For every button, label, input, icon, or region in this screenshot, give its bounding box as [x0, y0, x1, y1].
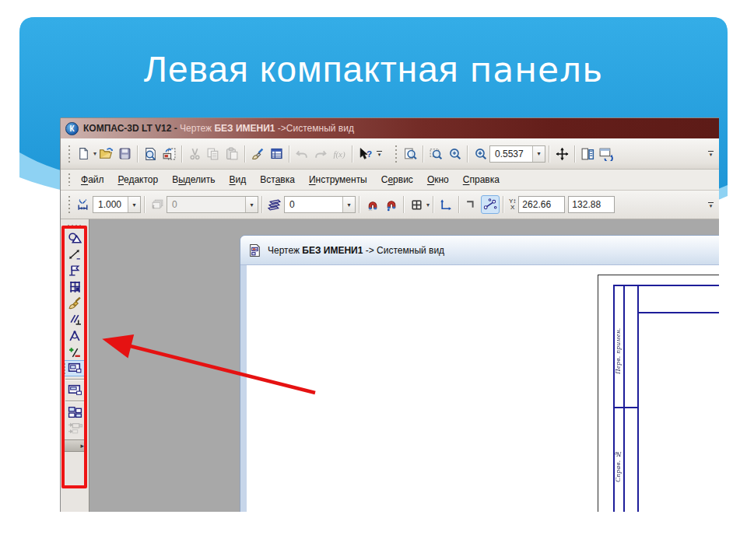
app-title: КОМПАС-3D LT V12 - Чертеж БЕЗ ИМЕНИ1 ->С…: [83, 123, 354, 134]
workspace: Чертеж БЕЗ ИМЕНИ1 -> Системный вид Перв.…: [61, 219, 719, 512]
menu-инструменты[interactable]: Инструменты: [302, 171, 374, 188]
kompas-logo-icon: К: [65, 122, 79, 135]
cursor-step-icon[interactable]: [74, 195, 93, 214]
open-document-button[interactable]: [96, 145, 115, 163]
toolbar-grip[interactable]: [67, 145, 71, 163]
standard-toolbar: ▾: [61, 138, 719, 170]
layer-copies-icon[interactable]: [148, 195, 167, 214]
grid-icon[interactable]: [407, 195, 426, 214]
convert-document-button[interactable]: [160, 145, 178, 163]
refresh-button[interactable]: [597, 145, 615, 163]
menu-редактор[interactable]: Редактор: [111, 171, 166, 188]
context-help-button[interactable]: ?: [356, 145, 374, 163]
magnet-snap-icon[interactable]: …: [363, 195, 381, 214]
layer-copies-caret-icon[interactable]: ▾: [245, 197, 258, 212]
stamp-sprav-no: Справ. №: [614, 438, 624, 494]
menu-окно[interactable]: Окно: [420, 171, 456, 188]
menu-сервис[interactable]: Сервис: [374, 171, 420, 188]
layer-copies-combo[interactable]: 0 ▾: [167, 196, 258, 213]
cut-button[interactable]: [185, 145, 204, 163]
drawing-document-icon: [248, 243, 261, 257]
show-all-button[interactable]: [578, 145, 597, 163]
svg-text:…: …: [368, 207, 372, 212]
zoom-toolbar-overflow-button[interactable]: ▾: [708, 151, 714, 156]
copy-button[interactable]: [204, 145, 223, 163]
pan-button[interactable]: [552, 145, 571, 163]
zoom-page-button[interactable]: [401, 145, 419, 163]
drawing-document-window: Чертеж БЕЗ ИМЕНИ1 -> Системный вид Перв.…: [240, 235, 719, 512]
document-title: Чертеж БЕЗ ИМЕНИ1 -> Системный вид: [268, 245, 444, 256]
stamp-perv-primen: Перв. примен.: [614, 296, 624, 405]
scale-combo-caret-icon[interactable]: ▾: [532, 146, 545, 162]
local-axes-icon[interactable]: [437, 195, 455, 214]
menu-вид[interactable]: Вид: [223, 171, 254, 188]
layers-combo[interactable]: 0 ▾: [284, 196, 356, 213]
redo-button[interactable]: [311, 145, 330, 163]
undo-button[interactable]: [293, 145, 311, 163]
slide-title-part2: панель: [470, 50, 604, 89]
sheet-frame-inner-left: [637, 285, 639, 512]
current-state-toolbar: 1.000 ▾ 0 ▾ 0 ▾ … ▾: [61, 191, 719, 219]
coord-x-field[interactable]: 262.66: [518, 196, 565, 213]
save-document-button[interactable]: [115, 145, 134, 163]
menu-выделить[interactable]: Выделить: [165, 171, 222, 188]
format-brush-button[interactable]: [248, 145, 267, 163]
menu-справка[interactable]: Справка: [456, 171, 507, 188]
zoom-in-button[interactable]: [471, 145, 489, 163]
kompas-app-window: К КОМПАС-3D LT V12 - Чертеж БЕЗ ИМЕНИ1 -…: [61, 118, 719, 512]
cursor-step-value: 1.000: [93, 199, 128, 210]
paste-button[interactable]: [223, 145, 241, 163]
ortho-icon[interactable]: [462, 195, 481, 214]
drawing-canvas[interactable]: Перв. примен. Справ. №: [247, 265, 719, 512]
fx-button[interactable]: f(x): [330, 145, 349, 163]
zoom-frame-button[interactable]: [426, 145, 445, 163]
params-toolbar-overflow-button[interactable]: ▾: [708, 202, 714, 208]
layers-value: 0: [285, 199, 342, 210]
new-document-button[interactable]: [74, 145, 93, 163]
sheet-frame-outer: [613, 285, 719, 512]
menu-файл[interactable]: Файл: [74, 171, 111, 188]
app-titlebar[interactable]: К КОМПАС-3D LT V12 - Чертеж БЕЗ ИМЕНИ1 -…: [61, 118, 719, 138]
layers-icon[interactable]: [265, 195, 284, 214]
rounding-icon[interactable]: [481, 195, 500, 214]
grid-caret-icon[interactable]: ▾: [426, 201, 430, 208]
cursor-step-caret-icon[interactable]: ▾: [128, 197, 140, 212]
highlight-rectangle: [61, 226, 87, 488]
slide-title-part1: Левая компактная: [144, 49, 470, 89]
menubar-grip[interactable]: [67, 173, 71, 186]
spreadsheet-button[interactable]: [267, 145, 286, 163]
sheet-frame-inner-top: [637, 312, 719, 313]
sheet-stamp-divider: [613, 407, 639, 408]
slide-title: Левая компактная панель: [0, 48, 747, 90]
document-titlebar[interactable]: Чертеж БЕЗ ИМЕНИ1 -> Системный вид: [240, 236, 719, 265]
cursor-step-combo[interactable]: 1.000 ▾: [93, 196, 141, 213]
scale-combo[interactable]: 0.5537 ▾: [489, 145, 545, 163]
svg-text:?: ?: [366, 148, 372, 158]
menu-вставка[interactable]: Вставка: [253, 171, 302, 188]
zoom-toolbar-grip[interactable]: [394, 145, 398, 163]
params-toolbar-grip[interactable]: [67, 196, 71, 213]
layer-copies-value: 0: [167, 199, 245, 210]
toolbar-overflow-button[interactable]: ▾: [377, 151, 382, 156]
coord-y-field[interactable]: 132.88: [568, 196, 615, 213]
zoom-in-out-button[interactable]: [445, 145, 464, 163]
menubar: ФайлРедакторВыделитьВидВставкаИнструмент…: [61, 170, 719, 191]
print-preview-button[interactable]: [141, 145, 160, 163]
magnet-local-snap-icon[interactable]: [381, 195, 400, 214]
layers-caret-icon[interactable]: ▾: [342, 197, 355, 212]
coords-xy-label: Y↕ X: [509, 198, 516, 211]
scale-value: 0.5537: [490, 149, 532, 159]
